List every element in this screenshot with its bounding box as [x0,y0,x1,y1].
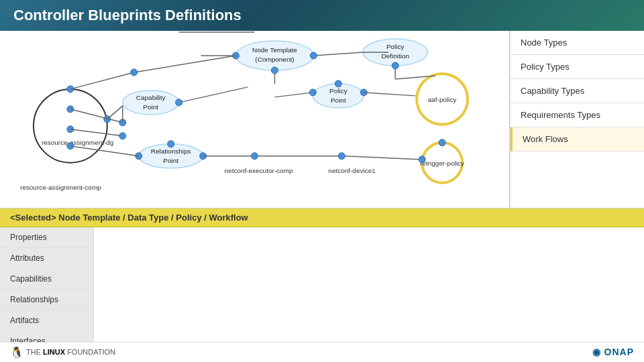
nav-properties[interactable]: Properties [0,227,93,248]
nav-capabilities[interactable]: Capabilities [0,269,93,290]
tux-icon: 🐧 [10,346,23,359]
right-panel-node-types[interactable]: Node Types [511,31,644,55]
capability-point-sublabel: Point [143,103,158,111]
right-panel: Node Types Policy Types Capability Types… [510,31,644,208]
cap-dot1 [176,99,182,106]
rt-dot1 [419,156,425,163]
nt-dot2 [310,52,317,59]
nav-artifacts[interactable]: Artifacts [0,310,93,331]
onap-text: ◉ ONAP [592,347,634,357]
page-wrapper: Controller Blueprints Definitions Node T… [0,0,644,362]
footer-foundation: FOUNDATION [67,348,115,356]
netconf-device1-dot [338,153,345,160]
nav-attributes[interactable]: Attributes [0,248,93,269]
netconf-device1-label: netconf-device1 [328,167,376,174]
right-panel-capability-types[interactable]: Capability Types [511,79,644,103]
aaf-policy-label: aaf-policy [428,96,457,103]
main-content: Node Template (Component) Policy Definit… [0,31,644,208]
lc-dot3 [119,133,126,139]
resource-assignment-dg-label: resource-assignment-dg [42,139,114,146]
relationships-point-label: Relationships [151,147,191,155]
nt-dot3 [271,67,278,74]
resource-assignment-comp-label: resource-assignment-comp [20,184,101,191]
relationships-point-sublabel: Point [163,157,178,164]
footer-the: THE [26,348,43,356]
right-panel-work-flows[interactable]: Work Flows [511,127,644,152]
onap-logo: ◉ ONAP [592,347,634,357]
netconf-executor-label: netconf-executor-comp [225,167,293,174]
pp-dot1 [309,89,316,96]
footer: 🐧 THE LINUX FOUNDATION ◉ ONAP [0,342,644,362]
rt-dot2 [439,139,445,146]
right-panel-policy-types[interactable]: Policy Types [511,55,644,79]
diagram-area: Node Template (Component) Policy Definit… [0,31,510,208]
lc-dot1 [131,69,138,76]
selected-bar: <Selected> Node Template / Data Type / P… [0,208,644,227]
nav-relationships[interactable]: Relationships [0,290,93,310]
retrigger-policy-label: retrigger-policy [420,160,464,167]
left-nav: Properties Attributes Capabilities Relat… [0,227,94,352]
right-panel-requirements-types[interactable]: Requirements Types [511,103,644,127]
linux-foundation-logo: 🐧 THE LINUX FOUNDATION [10,346,115,359]
rp-dot3 [168,141,174,147]
capability-point-label: Capability [136,94,166,101]
bottom-section: <Selected> Node Template / Data Type / P… [0,208,644,342]
content-panel [94,227,644,352]
pp-dot3 [335,80,341,87]
footer-linux: LINUX [43,348,65,356]
policy-point-label: Policy [329,87,347,95]
policy-point-sublabel: Point [331,97,346,104]
node-template-sublabel: (Component) [255,56,294,63]
policy-definition-sublabel: Definition [381,52,409,60]
netconf-executor-dot [252,153,258,160]
bottom-panels: Properties Attributes Capabilities Relat… [0,227,644,352]
diagram-svg: Node Template (Component) Policy Definit… [0,31,509,208]
node-template-label: Node Template [252,46,297,54]
pd-dot1 [392,62,398,69]
page-title: Controller Blueprints Definitions [13,7,241,24]
policy-definition-label: Policy [386,43,405,50]
page-header: Controller Blueprints Definitions [0,0,644,31]
